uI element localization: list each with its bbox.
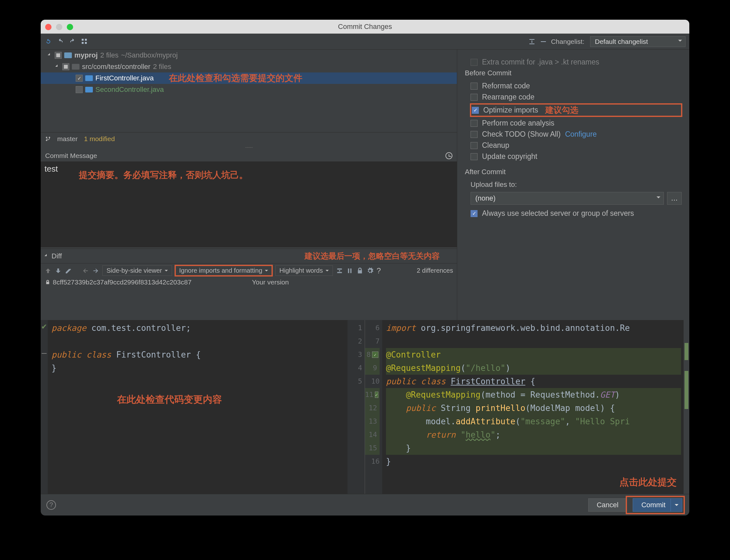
file-tree[interactable]: myproj 2 files ~/Sandbox/myproj src/com/…: [41, 50, 457, 132]
checkbox[interactable]: [55, 52, 62, 59]
annotation: 在此处检查和勾选需要提交的文件: [169, 72, 302, 84]
your-version-label: Your version: [252, 278, 289, 286]
group-by-icon[interactable]: [81, 38, 88, 45]
lock-icon[interactable]: [356, 267, 363, 274]
gutter-right: 67 8✓ 9 10 11✓ 12 13 14 15 16: [365, 320, 382, 494]
tree-file-selected[interactable]: FirstController.java 在此处检查和勾选需要提交的文件: [41, 72, 457, 84]
chevron-down-icon: [657, 196, 660, 200]
checkbox[interactable]: [471, 59, 478, 66]
checkbox-checked[interactable]: [471, 210, 478, 217]
java-file-icon: [85, 75, 93, 81]
code-right: import org.springframework.web.bind.anno…: [382, 320, 684, 494]
expand-icon[interactable]: [48, 53, 52, 58]
prev-diff-icon[interactable]: [44, 267, 51, 274]
toolbar: Changelist: Default changelist: [41, 34, 689, 50]
collapse-all-icon[interactable]: [540, 38, 547, 45]
history-icon[interactable]: [446, 152, 453, 159]
branch-bar: master 1 modified: [41, 132, 457, 145]
checkbox[interactable]: [471, 153, 478, 160]
help-button[interactable]: ?: [46, 500, 56, 510]
commit-button-label: Commit: [641, 501, 665, 509]
commit-button[interactable]: Commit: [633, 498, 682, 512]
tree-root[interactable]: myproj 2 files ~/Sandbox/myproj: [41, 50, 457, 61]
highlight-combo[interactable]: Highlight words: [275, 265, 333, 276]
close-window-icon[interactable]: [45, 24, 51, 30]
zoom-window-icon[interactable]: [67, 24, 73, 30]
branch-icon: [45, 136, 51, 142]
collapse-unchanged-icon[interactable]: [336, 267, 343, 274]
option-label: Update copyright: [482, 152, 537, 161]
viewer-mode-combo[interactable]: Side-by-side viewer: [102, 265, 172, 276]
undo-icon[interactable]: [57, 38, 64, 45]
cancel-button[interactable]: Cancel: [588, 498, 627, 512]
changelist-combo[interactable]: Default changelist: [590, 36, 686, 47]
marker-strip[interactable]: [684, 320, 689, 494]
diff-viewer[interactable]: ✔ — package com.test.controller; public …: [41, 320, 689, 494]
redo-icon[interactable]: [69, 38, 76, 45]
tree-root-path: ~/Sandbox/myproj: [121, 51, 178, 59]
file-name: FirstController.java: [95, 74, 153, 82]
revision-hash: 8cff527339b2c37af9ccd2996f8313d42c203c87: [53, 278, 191, 286]
tree-root-name: myproj: [74, 51, 98, 59]
commit-message-header: Commit Message: [41, 150, 457, 161]
diff-toolbar: Side-by-side viewer Ignore imports and f…: [41, 263, 457, 278]
branch-name: master: [57, 135, 78, 143]
upload-value: (none): [475, 194, 496, 202]
edit-icon[interactable]: [65, 267, 72, 274]
commit-split-icon[interactable]: [671, 499, 682, 511]
apply-chunk-icon[interactable]: ✓: [375, 392, 379, 398]
checkbox[interactable]: [471, 94, 478, 101]
highlight-value: Highlight words: [279, 267, 323, 274]
diff-right-pane[interactable]: 67 8✓ 9 10 11✓ 12 13 14 15 16 import org…: [365, 320, 689, 494]
bottom-bar: ? Cancel Commit: [41, 494, 689, 516]
checkbox-checked[interactable]: [472, 107, 479, 114]
option-label: Cleanup: [482, 141, 509, 150]
checkbox[interactable]: [62, 63, 69, 70]
tree-file[interactable]: SecondController.java: [41, 84, 457, 95]
upload-browse-button[interactable]: …: [667, 192, 682, 205]
chevron-down-icon: [678, 40, 682, 44]
upload-combo[interactable]: (none): [471, 192, 664, 205]
next-diff-icon[interactable]: [55, 267, 62, 274]
java-file-icon: [85, 87, 93, 92]
annotation: 建议勾选: [545, 105, 578, 116]
ignore-value: Ignore imports and formatting: [179, 267, 262, 274]
diff-revision-bar: 8cff527339b2c37af9ccd2996f8313d42c203c87…: [41, 278, 457, 287]
tree-folder[interactable]: src/com/test/controller 2 files: [41, 61, 457, 72]
refresh-icon[interactable]: [44, 38, 52, 45]
changelist-value: Default changelist: [595, 38, 648, 45]
diff-header: Diff 建议选最后一项，忽略空白等无关内容: [41, 249, 457, 263]
chevron-down-icon: [325, 270, 329, 273]
checkbox[interactable]: [471, 120, 478, 127]
minimize-window-icon[interactable]: [56, 24, 62, 30]
before-commit-title: Before Commit: [465, 69, 682, 77]
gear-icon[interactable]: [367, 267, 374, 274]
help-icon[interactable]: ?: [377, 266, 381, 275]
checkbox[interactable]: [76, 86, 83, 93]
arrow-left-icon[interactable]: [82, 267, 89, 274]
diff-left-pane[interactable]: ✔ — package com.test.controller; public …: [41, 320, 365, 494]
branch-status: 1 modified: [84, 135, 115, 143]
expand-all-icon[interactable]: [528, 38, 536, 45]
sync-scroll-icon[interactable]: [346, 267, 353, 274]
checkbox[interactable]: [471, 142, 478, 149]
option-label: Reformat code: [482, 82, 530, 90]
configure-link[interactable]: Configure: [565, 130, 597, 139]
tree-folder-path: src/com/test/controller: [82, 63, 150, 71]
diff-label: Diff: [51, 252, 62, 260]
expand-icon[interactable]: [44, 254, 49, 258]
resize-grip[interactable]: ┄┄┄: [41, 145, 457, 150]
checkbox[interactable]: [471, 131, 478, 138]
diff-count: 2 differences: [417, 267, 453, 274]
commit-message-textarea[interactable]: [41, 161, 457, 247]
chevron-down-icon: [265, 270, 268, 273]
apply-chunk-icon[interactable]: ✓: [372, 352, 379, 358]
titlebar: Commit Changes: [41, 20, 689, 34]
expand-icon[interactable]: [55, 65, 60, 69]
checkbox-checked[interactable]: [76, 75, 83, 82]
ignore-combo[interactable]: Ignore imports and formatting: [175, 265, 272, 276]
annotation: 建议选最后一项，忽略空白等无关内容: [304, 251, 440, 261]
checkbox[interactable]: [471, 83, 478, 90]
option-label: Check TODO (Show All): [482, 130, 561, 139]
arrow-right-icon[interactable]: [92, 267, 99, 274]
